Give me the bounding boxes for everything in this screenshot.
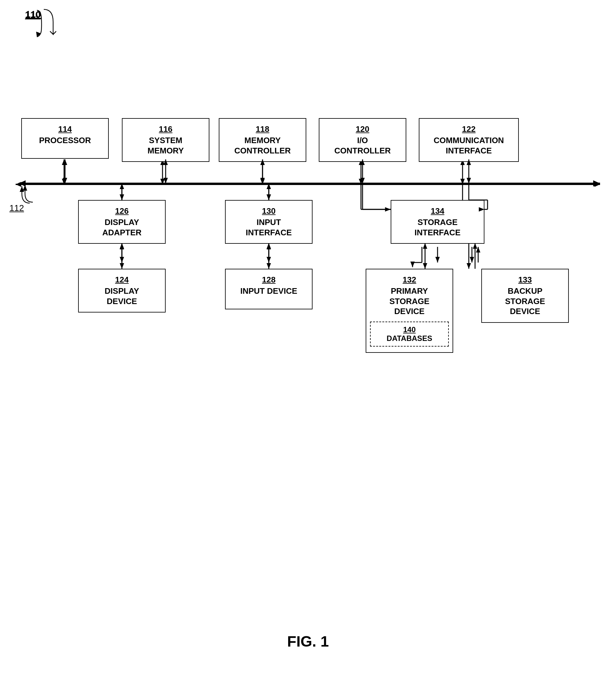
- ref-128: 128: [229, 275, 308, 285]
- box-128: 128 INPUT DEVICE: [225, 269, 313, 309]
- svg-marker-45: [435, 257, 440, 262]
- ref-116: 116: [126, 124, 205, 134]
- box-120: 120 I/OCONTROLLER: [319, 118, 406, 162]
- svg-marker-9: [62, 159, 66, 165]
- svg-marker-22: [460, 179, 465, 184]
- ref-124: 124: [82, 275, 161, 285]
- svg-marker-84: [385, 207, 391, 212]
- svg-marker-5: [16, 182, 21, 187]
- svg-marker-32: [266, 257, 271, 262]
- ref-130: 130: [229, 206, 308, 216]
- label-130: INPUTINTERFACE: [229, 217, 308, 237]
- svg-marker-53: [593, 180, 600, 186]
- svg-marker-96: [473, 243, 477, 249]
- svg-marker-10: [62, 179, 66, 184]
- svg-marker-52: [19, 180, 26, 186]
- svg-marker-72: [120, 183, 124, 189]
- svg-marker-43: [410, 261, 415, 267]
- svg-marker-29: [266, 195, 271, 200]
- label-134: STORAGEINTERFACE: [395, 217, 480, 237]
- svg-marker-69: [23, 185, 27, 191]
- box-130: 130 INPUTINTERFACE: [225, 200, 313, 244]
- label-120: I/OCONTROLLER: [323, 135, 402, 156]
- label-140: DATABASES: [373, 334, 446, 343]
- svg-marker-16: [260, 179, 265, 184]
- ref-140: 140: [373, 325, 446, 334]
- svg-marker-27: [120, 257, 124, 262]
- box-122: 122 COMMUNICATIONINTERFACE: [419, 118, 519, 162]
- svg-marker-71: [120, 195, 124, 200]
- label-124: DISPLAYDEVICE: [82, 286, 161, 306]
- label-126: DISPLAYADAPTER: [82, 217, 161, 237]
- box-132: 132 PRIMARYSTORAGEDEVICE 140 DATABASES: [366, 269, 453, 353]
- svg-marker-94: [467, 263, 471, 269]
- box-118: 118 MEMORYCONTROLLER: [219, 118, 306, 162]
- figure-label: FIG. 1: [287, 633, 329, 650]
- svg-marker-81: [266, 263, 271, 269]
- ref-112: 112: [9, 203, 24, 213]
- label-128: INPUT DEVICE: [229, 286, 308, 296]
- ref-118: 118: [223, 124, 302, 134]
- box-126: 126 DISPLAYADAPTER: [78, 200, 166, 244]
- box-116: 116 SYSTEMMEMORY: [122, 118, 209, 162]
- box-140: 140 DATABASES: [370, 321, 449, 347]
- label-132: PRIMARYSTORAGEDEVICE: [370, 286, 449, 316]
- arrow-110: [18, 9, 43, 40]
- svg-marker-56: [63, 178, 67, 183]
- svg-marker-68: [467, 178, 471, 183]
- svg-marker-55: [63, 159, 67, 165]
- box-124: 124 DISPLAYDEVICE: [78, 269, 166, 312]
- svg-marker-80: [266, 243, 271, 249]
- svg-marker-78: [266, 183, 271, 189]
- svg-marker-59: [163, 178, 168, 183]
- box-114: 114 PROCESSOR: [21, 118, 109, 159]
- svg-marker-91: [423, 263, 427, 269]
- label-114: PROCESSOR: [26, 135, 104, 146]
- label-116: SYSTEMMEMORY: [126, 135, 205, 156]
- diagram-svg: [0, 0, 616, 675]
- ref-132: 132: [370, 275, 449, 285]
- svg-marker-75: [120, 263, 124, 269]
- svg-marker-7: [20, 186, 24, 192]
- svg-marker-47: [470, 257, 474, 262]
- label-118: MEMORYCONTROLLER: [223, 135, 302, 156]
- ref-134: 134: [395, 206, 480, 216]
- svg-marker-31: [266, 244, 271, 249]
- label-133: BACKUPSTORAGEDEVICE: [486, 286, 564, 316]
- svg-marker-77: [266, 195, 271, 200]
- svg-marker-49: [476, 247, 480, 252]
- svg-marker-24: [120, 195, 124, 200]
- label-122: COMMUNICATIONINTERFACE: [423, 135, 515, 156]
- ref-133: 133: [486, 275, 564, 285]
- ref-120: 120: [323, 124, 402, 134]
- svg-marker-19: [359, 179, 363, 184]
- svg-marker-92: [423, 243, 427, 249]
- connections-svg: [0, 0, 616, 675]
- svg-marker-26: [120, 244, 124, 249]
- ref-122: 122: [423, 124, 515, 134]
- ref-126: 126: [82, 206, 161, 216]
- box-134: 134 STORAGEINTERFACE: [391, 200, 484, 244]
- svg-marker-6: [595, 182, 600, 187]
- svg-marker-65: [360, 178, 365, 183]
- svg-marker-74: [120, 243, 124, 249]
- svg-marker-13: [160, 179, 165, 184]
- ref-114: 114: [26, 124, 104, 134]
- svg-marker-62: [260, 178, 265, 183]
- box-133: 133 BACKUPSTORAGEDEVICE: [481, 269, 569, 323]
